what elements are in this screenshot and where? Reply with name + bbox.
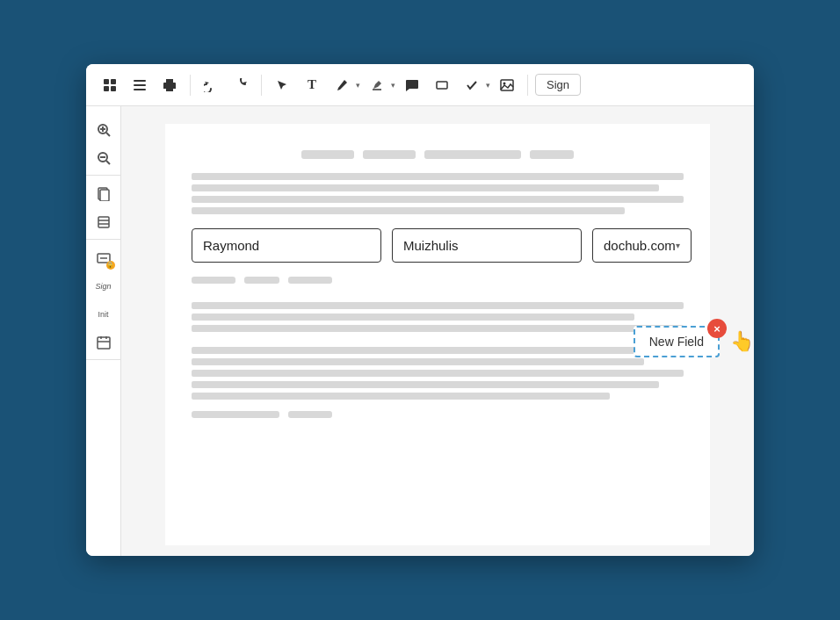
- text-line: [192, 173, 684, 180]
- erase-tool-button[interactable]: [429, 72, 455, 98]
- sidebar: 🔒 Sign Init: [86, 106, 121, 556]
- list-view-button[interactable]: [127, 72, 153, 98]
- highlight-tool-arrow[interactable]: ▾: [391, 81, 395, 90]
- close-icon: ×: [713, 322, 721, 335]
- separator-2: [261, 75, 262, 96]
- highlight-tool-group: ▾: [364, 72, 395, 98]
- select-tool-button[interactable]: [269, 72, 295, 98]
- svg-rect-5: [134, 84, 146, 86]
- grid-view-button[interactable]: [97, 72, 123, 98]
- svg-rect-4: [134, 80, 146, 82]
- zoom-in-button[interactable]: [91, 117, 117, 143]
- image-tool-button[interactable]: [494, 72, 520, 98]
- text-block-1: [192, 173, 684, 214]
- main-area: 🔒 Sign Init: [86, 106, 754, 556]
- text-block-2: [192, 302, 684, 332]
- last-name-field[interactable]: [392, 228, 582, 263]
- skeleton-cell: [288, 277, 332, 284]
- initials-button[interactable]: Init: [91, 301, 117, 328]
- document-page: dochub.com ▾: [165, 124, 710, 545]
- skeleton-cell: [192, 411, 279, 418]
- svg-rect-6: [134, 89, 146, 90]
- text-tool-button[interactable]: T: [299, 72, 325, 98]
- svg-rect-3: [111, 86, 116, 91]
- text-block-3: [192, 347, 684, 400]
- select-arrow-icon: ▾: [676, 241, 680, 250]
- text-line: [192, 347, 684, 354]
- comment-tool-button[interactable]: [399, 72, 425, 98]
- text-line: [192, 196, 684, 203]
- pen-tool-group: ▾: [329, 72, 360, 98]
- svg-rect-20: [98, 217, 109, 227]
- fields-button[interactable]: 🔒: [91, 245, 117, 271]
- close-new-field-button[interactable]: ×: [707, 319, 727, 338]
- skeleton-cell: [244, 277, 279, 284]
- separator-3: [527, 75, 528, 96]
- new-field-popup: New Field × 👆: [634, 326, 754, 357]
- new-field-box[interactable]: New Field: [634, 326, 720, 357]
- sign-button[interactable]: Sign: [535, 74, 581, 96]
- svg-rect-19: [100, 190, 109, 201]
- separator-1: [190, 75, 191, 96]
- header-lines: [192, 150, 684, 159]
- app-window: T ▾ ▾: [86, 64, 754, 556]
- form-fields-row: dochub.com ▾: [192, 228, 684, 263]
- skeleton-cell: [192, 277, 235, 284]
- toolbar: T ▾ ▾: [86, 64, 754, 106]
- cursor-hand-icon: 👆: [730, 330, 754, 353]
- signatures-button[interactable]: Sign: [88, 273, 119, 299]
- lock-badge: 🔒: [106, 261, 115, 270]
- pen-tool-arrow[interactable]: ▾: [356, 81, 360, 90]
- text-line: [192, 325, 684, 332]
- pages-group: [86, 177, 120, 240]
- document-area: dochub.com ▾: [121, 106, 754, 556]
- svg-rect-0: [104, 79, 109, 84]
- layers-button[interactable]: [91, 209, 117, 235]
- text-line: [192, 393, 610, 400]
- undo-button[interactable]: [198, 72, 224, 98]
- text-line: [192, 207, 625, 214]
- header-skeleton-3: [424, 150, 521, 159]
- zoom-out-button[interactable]: [91, 145, 117, 171]
- tools-group: 🔒 Sign Init: [86, 242, 120, 360]
- checkmark-tool-button[interactable]: [459, 72, 485, 98]
- print-button[interactable]: [156, 72, 183, 98]
- zoom-group: [86, 113, 120, 176]
- checkmark-tool-group: ▾: [459, 72, 490, 98]
- skeleton-cell: [288, 411, 332, 418]
- text-line: [192, 370, 684, 377]
- domain-select[interactable]: dochub.com ▾: [592, 228, 692, 263]
- svg-line-16: [106, 161, 110, 164]
- redo-button[interactable]: [228, 72, 254, 98]
- pen-tool-button[interactable]: [329, 72, 355, 98]
- header-skeleton-1: [301, 150, 354, 159]
- skeleton-row-1: [192, 277, 684, 289]
- text-line: [192, 314, 634, 321]
- header-skeleton-2: [363, 150, 416, 159]
- text-line: [192, 184, 659, 191]
- checkmark-tool-arrow[interactable]: ▾: [486, 81, 490, 90]
- new-field-container: New Field ×: [634, 326, 720, 357]
- text-line: [192, 381, 659, 388]
- date-button[interactable]: [91, 329, 117, 356]
- new-field-label: New Field: [649, 335, 704, 349]
- svg-rect-8: [437, 82, 447, 89]
- first-name-field[interactable]: [192, 228, 381, 263]
- svg-rect-25: [98, 337, 110, 349]
- svg-rect-1: [111, 79, 116, 84]
- highlight-tool-button[interactable]: [364, 72, 390, 98]
- svg-rect-2: [104, 86, 109, 91]
- header-skeleton-4: [530, 150, 574, 159]
- text-line: [192, 302, 684, 309]
- domain-value: dochub.com: [604, 238, 676, 253]
- text-line: [192, 358, 644, 365]
- skeleton-row-bottom: [192, 411, 684, 423]
- svg-line-12: [106, 133, 110, 136]
- svg-point-10: [503, 82, 506, 84]
- pages-button[interactable]: [91, 181, 117, 207]
